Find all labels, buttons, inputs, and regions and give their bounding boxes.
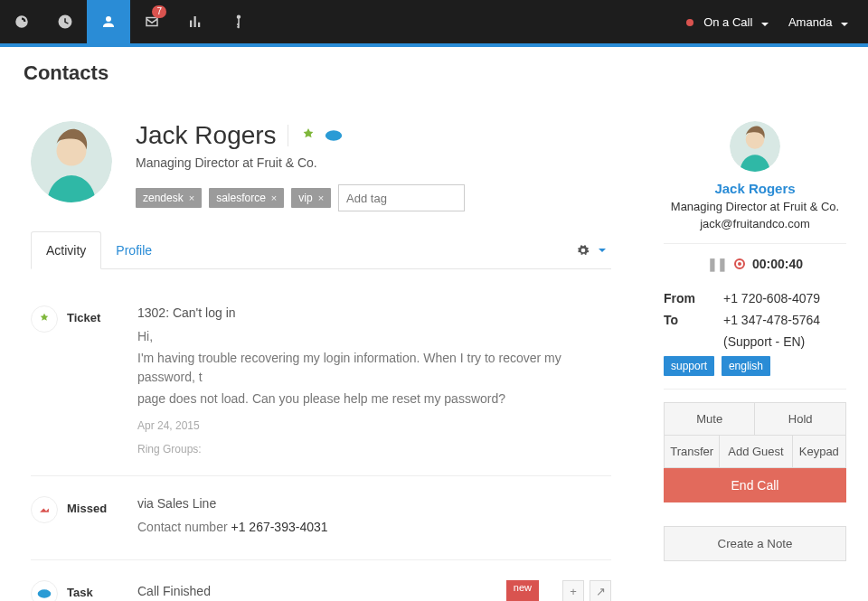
tag-vip[interactable]: vip× bbox=[291, 188, 331, 208]
side-avatar bbox=[730, 121, 780, 172]
task-title: Call Finished bbox=[137, 584, 211, 598]
tabs: Activity Profile bbox=[31, 231, 611, 269]
settings-menu[interactable] bbox=[571, 244, 611, 257]
create-note-button[interactable]: Create a Note bbox=[664, 526, 846, 561]
nav-inbox-icon[interactable]: 7 bbox=[130, 0, 174, 43]
activity-missed: Missed via Sales Line Contact number +1 … bbox=[31, 475, 611, 559]
tag-salesforce[interactable]: salesforce× bbox=[209, 188, 284, 208]
contact-subtitle: Managing Director at Fruit & Co. bbox=[136, 155, 611, 170]
salesforce-icon[interactable] bbox=[325, 127, 343, 145]
svg-point-3 bbox=[38, 589, 52, 597]
chevron-down-icon bbox=[761, 23, 769, 26]
main-panel: Jack Rogers Managing Director at Fruit &… bbox=[9, 99, 633, 601]
user-menu[interactable]: Amanda bbox=[788, 15, 848, 29]
salesforce-icon bbox=[31, 580, 58, 601]
chevron-down-icon bbox=[599, 249, 606, 252]
topbar: 7 On a Call Amanda bbox=[0, 0, 868, 43]
svg-point-2 bbox=[325, 130, 341, 141]
gear-icon bbox=[577, 244, 590, 257]
side-name[interactable]: Jack Rogers bbox=[664, 181, 846, 196]
call-controls: Mute Hold Transfer Add Guest Keypad bbox=[664, 402, 846, 468]
pill-english[interactable]: english bbox=[722, 356, 770, 376]
tag-zendesk[interactable]: zendesk× bbox=[136, 188, 202, 208]
from-number: +1 720-608-4079 bbox=[723, 291, 820, 305]
activity-type: Task bbox=[67, 580, 93, 599]
activity-ticket: Ticket 1302: Can't log in Hi, I'm having… bbox=[31, 286, 611, 475]
remove-tag-icon[interactable]: × bbox=[189, 193, 194, 203]
status-dot-icon bbox=[686, 19, 693, 26]
page-title: Contacts bbox=[0, 47, 868, 99]
add-tag-input[interactable] bbox=[338, 184, 465, 211]
inbox-badge: 7 bbox=[152, 5, 166, 18]
nav-contacts-icon[interactable] bbox=[87, 0, 130, 43]
nav-key-icon[interactable] bbox=[217, 0, 260, 43]
pause-icon[interactable]: ❚❚ bbox=[707, 257, 727, 271]
new-badge: new bbox=[506, 580, 539, 601]
to-number: +1 347-478-5764 bbox=[723, 313, 820, 327]
zendesk-icon bbox=[31, 305, 58, 333]
share-button[interactable]: ↗ bbox=[590, 580, 611, 601]
activity-type: Missed bbox=[67, 496, 107, 515]
call-status[interactable]: On a Call bbox=[686, 15, 769, 29]
ticket-date: Apr 24, 2015 bbox=[137, 419, 611, 432]
nav-logo-icon[interactable] bbox=[0, 0, 43, 43]
missed-call-icon bbox=[31, 496, 58, 523]
tags-row: zendesk× salesforce× vip× bbox=[136, 184, 611, 211]
mute-button[interactable]: Mute bbox=[665, 403, 755, 436]
tab-profile[interactable]: Profile bbox=[101, 232, 166, 268]
activity-type: Ticket bbox=[67, 305, 100, 324]
transfer-button[interactable]: Transfer bbox=[665, 436, 720, 468]
chevron-down-icon bbox=[841, 23, 848, 26]
nav-recent-icon[interactable] bbox=[43, 0, 87, 43]
contact-name: Jack Rogers bbox=[136, 121, 277, 150]
end-call-button[interactable]: End Call bbox=[664, 468, 846, 502]
missed-via: via Sales Line bbox=[137, 496, 611, 511]
remove-tag-icon[interactable]: × bbox=[318, 193, 324, 203]
hold-button[interactable]: Hold bbox=[755, 403, 846, 436]
zendesk-icon[interactable] bbox=[299, 127, 317, 145]
side-subtitle: Managing Director at Fruit & Co. bbox=[664, 200, 846, 213]
pill-support[interactable]: support bbox=[664, 356, 714, 376]
missed-number: +1 267-393-4031 bbox=[231, 520, 328, 534]
call-panel: Jack Rogers Managing Director at Fruit &… bbox=[651, 99, 859, 601]
to-ext: (Support - EN) bbox=[723, 334, 805, 349]
add-button[interactable]: + bbox=[562, 580, 584, 601]
side-email: jack@fruitandco.com bbox=[664, 217, 846, 230]
add-guest-button[interactable]: Add Guest bbox=[720, 436, 792, 468]
remove-tag-icon[interactable]: × bbox=[271, 193, 277, 203]
activity-task: Task Call Finished new + ↗ Jan 6, 2014 bbox=[31, 559, 611, 601]
record-icon[interactable] bbox=[734, 258, 745, 269]
call-timer: ❚❚ 00:00:40 bbox=[664, 257, 846, 271]
contact-avatar bbox=[31, 121, 112, 202]
tab-activity[interactable]: Activity bbox=[31, 231, 101, 269]
ring-groups: Ring Groups: bbox=[137, 443, 611, 455]
nav-stats-icon[interactable] bbox=[174, 0, 217, 43]
keypad-button[interactable]: Keypad bbox=[792, 436, 845, 468]
ticket-title: 1302: Can't log in bbox=[137, 305, 611, 320]
